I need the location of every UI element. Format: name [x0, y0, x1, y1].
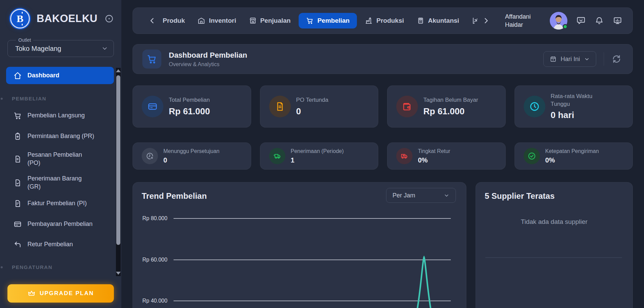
- chart-title: Trend Pembelian: [142, 191, 207, 201]
- stats-row-1: Total Pembelian Rp 61.000 PO Tertunda 0 …: [133, 85, 633, 128]
- sidebar-item-retur-pembelian[interactable]: Retur Pembelian: [6, 238, 114, 251]
- sidebar-item-dashboard[interactable]: Dashboard: [6, 67, 114, 84]
- sidebar-section-pengaturan: PENGATURAN: [12, 264, 114, 270]
- sidebar-item-label: Permintaan Barang (PR): [27, 132, 94, 140]
- stat-value: Rp 61.000: [169, 106, 210, 117]
- check-circle-icon: [524, 148, 540, 164]
- top-navbar: Produk Inventori Penjualan Pembelian Pro…: [133, 7, 633, 34]
- nav-scroll-right-button[interactable]: [482, 16, 490, 25]
- online-status-dot: [563, 24, 568, 29]
- page-header: Dashboard Pembelian Overview & Analytics…: [133, 44, 633, 74]
- feedback-button[interactable]: [576, 16, 586, 25]
- stat-ketepatan-pengiriman: Ketepatan Pengiriman 0%: [515, 142, 633, 170]
- target-circle-icon: [104, 14, 114, 23]
- tab-next-partial[interactable]: [467, 13, 480, 28]
- warehouse-icon: [198, 17, 205, 24]
- brand-name: BAKOELKU: [37, 13, 98, 25]
- sidebar-item-penerimaan-barang[interactable]: Penerimaan Barang (GR): [6, 172, 114, 193]
- tab-inventori[interactable]: Inventori: [193, 13, 241, 28]
- upgrade-plan-label: UPGRADE PLAN: [40, 290, 94, 297]
- chevron-down-icon: [584, 56, 590, 62]
- stat-label: Penerimaan (Periode): [291, 148, 344, 155]
- page-header-icon-box: [142, 50, 161, 69]
- chart-line-series: [407, 251, 448, 308]
- scroll-down-arrow[interactable]: [116, 272, 121, 275]
- sidebar-item-label: Retur Pembelian: [27, 240, 73, 249]
- file-invoice-icon: [14, 199, 22, 208]
- page-title: Dashboard Pembelian: [169, 51, 247, 60]
- cart-icon: [147, 54, 157, 64]
- gridline: [174, 218, 451, 219]
- file-text-icon: [14, 155, 22, 163]
- sidebar-item-label: Dashboard: [27, 72, 59, 80]
- stat-label: Total Pembelian: [169, 96, 210, 104]
- gridline-row-40k: Rp 40.000: [142, 297, 451, 304]
- y-axis-tick: Rp 60.000: [142, 257, 170, 263]
- calendar-icon: [550, 56, 557, 62]
- y-axis-tick: Rp 80.000: [142, 215, 170, 222]
- sidebar-item-pembayaran-pembelian[interactable]: Pembayaran Pembelian: [6, 218, 114, 230]
- tab-penjualan[interactable]: Penjualan: [244, 13, 296, 28]
- tab-label: Penjualan: [260, 17, 291, 24]
- stat-label: Tingkat Retur: [418, 148, 450, 155]
- home-icon: [14, 72, 22, 80]
- sidebar-item-label: Pembayaran Pembelian: [27, 220, 93, 228]
- sidebar-collapse-button[interactable]: [104, 14, 114, 23]
- message-smile-icon: [576, 16, 586, 25]
- stat-menunggu-persetujuan: Menunggu Persetujuan 0: [133, 142, 251, 170]
- stat-value: 0%: [545, 156, 599, 164]
- stats-row-2: Menunggu Persetujuan 0 Penerimaan (Perio…: [133, 142, 633, 170]
- tab-produk[interactable]: Produk: [158, 13, 189, 28]
- stat-label: Ketepatan Pengiriman: [545, 148, 599, 155]
- stat-rata-rata-waktu-tunggu: Rata-rata Waktu Tunggu 0 hari: [515, 85, 633, 128]
- outlet-select[interactable]: Outlet Toko Magelang: [7, 40, 114, 57]
- tab-produksi[interactable]: Produksi: [360, 13, 408, 28]
- sidebar-item-faktur-pembelian[interactable]: Faktur Pembelian (PI): [6, 197, 114, 210]
- stat-label: Menunggu Persetujuan: [163, 148, 219, 155]
- user-last-name: Haidar: [505, 21, 540, 29]
- sidebar-item-pesanan-pembelian[interactable]: Pesanan Pembelian (PO): [6, 149, 114, 170]
- refresh-button[interactable]: [611, 54, 622, 64]
- suppliers-empty-message: Tidak ada data supplier: [476, 218, 632, 226]
- scrollbar-thumb[interactable]: [116, 75, 120, 245]
- avatar[interactable]: [550, 12, 567, 30]
- date-filter-button[interactable]: Hari Ini: [543, 51, 596, 67]
- y-axis-tick: Rp 40.000: [142, 298, 170, 304]
- sidebar-scrollbar[interactable]: [116, 68, 121, 276]
- scroll-up-arrow[interactable]: [116, 69, 121, 72]
- bell-icon: [595, 16, 604, 25]
- corner-up-left-icon: [14, 240, 22, 249]
- tab-pembelian[interactable]: Pembelian: [299, 13, 357, 28]
- nav-scroll-left-button[interactable]: [148, 16, 157, 25]
- sidebar-item-label: Pesanan Pembelian (PO): [27, 151, 87, 167]
- display-mode-button[interactable]: [613, 16, 622, 25]
- tab-label: Produksi: [376, 17, 404, 24]
- sidebar-item-permintaan-barang[interactable]: Permintaan Barang (PR): [6, 130, 114, 142]
- stat-value: 0%: [418, 156, 450, 164]
- header-separator: [604, 52, 604, 66]
- chevron-down-icon: [101, 45, 108, 52]
- refresh-icon: [611, 54, 622, 64]
- stat-tagihan-belum-bayar: Tagihan Belum Bayar Rp 61.000: [387, 85, 506, 128]
- stat-value: 0 hari: [551, 110, 607, 120]
- tab-label: Inventori: [209, 17, 236, 24]
- stat-label: Tagihan Belum Bayar: [423, 96, 478, 104]
- tab-akuntansi[interactable]: Akuntansi: [412, 13, 464, 28]
- chart-interval-select[interactable]: Per Jam: [386, 188, 456, 203]
- stat-penerimaan-periode: Penerimaan (Periode) 1: [260, 142, 379, 170]
- tab-label: Akuntansi: [428, 17, 459, 24]
- user-name: Affandani Haidar: [505, 13, 540, 29]
- upgrade-plan-button[interactable]: UPGRADE PLAN: [7, 284, 114, 303]
- notifications-button[interactable]: [595, 16, 604, 25]
- outlet-label: Outlet: [16, 37, 33, 43]
- stat-total-pembelian: Total Pembelian Rp 61.000: [133, 85, 251, 128]
- tab-label: Produk: [163, 17, 185, 24]
- monitor-chart-icon: [613, 16, 622, 25]
- sidebar-item-label: Faktur Pembelian (PI): [27, 199, 87, 208]
- brand-logo-bitcoin-icon: B: [10, 9, 30, 28]
- wallet-icon: [396, 96, 418, 117]
- date-filter-label: Hari Ini: [561, 56, 580, 63]
- trend-chart-card: Trend Pembelian Per Jam Rp 80.000 Rp 60.…: [133, 182, 466, 308]
- sidebar-item-pembelian-langsung[interactable]: Pembelian Langsung: [6, 110, 114, 122]
- suppliers-title: 5 Supplier Teratas: [485, 191, 555, 201]
